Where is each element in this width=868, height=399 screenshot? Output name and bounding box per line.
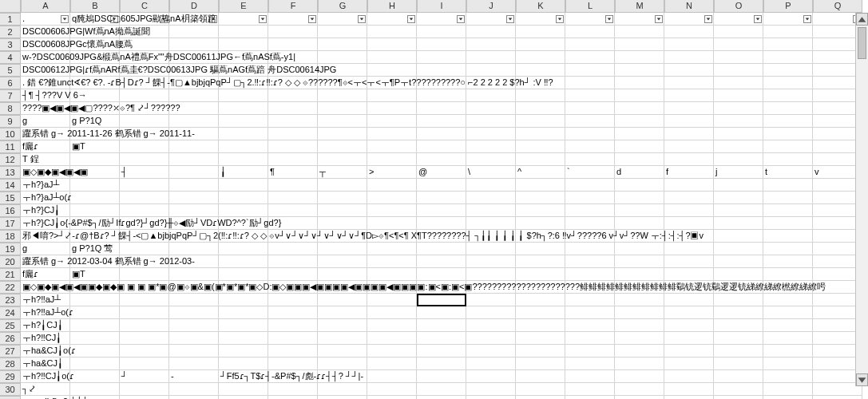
select-all-corner[interactable] (0, 0, 21, 13)
cell-F3[interactable] (268, 38, 318, 51)
cell-A12[interactable]: T 鋥 (21, 153, 70, 166)
cell-K4[interactable] (516, 51, 565, 64)
cell-O30[interactable] (714, 383, 763, 396)
cell-H19[interactable] (367, 243, 417, 255)
cell-C24[interactable] (120, 306, 169, 319)
cell-I27[interactable] (417, 345, 466, 358)
cell-D11[interactable] (169, 140, 219, 153)
cell-L15[interactable] (565, 192, 615, 204)
cell-O15[interactable] (714, 192, 763, 204)
cell-E12[interactable] (219, 153, 268, 166)
cell-A17[interactable]: ㅜh?}CJ╽o{-&P#$┐/励┘Ifɾgd?}┘gd?}╫⟐◀励┘VDɾWD… (21, 217, 70, 230)
cell-K20[interactable] (516, 255, 565, 268)
cell-A15[interactable]: ㅜh?}aJ┴o(ɾ (21, 192, 70, 204)
cell-J16[interactable] (466, 204, 516, 217)
cell-E27[interactable] (219, 345, 268, 358)
cell-A4[interactable]: w-?DSC00609JPG&椴蔦nA禮蔦Fx""舟DSC00611JPG←f蔦… (21, 51, 70, 64)
cell-I19[interactable] (417, 243, 466, 255)
cell-P27[interactable] (763, 345, 813, 358)
cell-K13[interactable]: ^ (516, 166, 565, 179)
cell-D27[interactable] (169, 345, 219, 358)
cell-H20[interactable] (367, 255, 417, 268)
cell-F21[interactable] (268, 268, 318, 281)
cell-K1[interactable] (516, 13, 565, 26)
filter-dropdown-icon[interactable] (308, 15, 316, 23)
cell-A23[interactable]: ㅜh?‼aJ┴ (21, 294, 70, 306)
cell-F2[interactable] (268, 26, 318, 38)
cell-A28[interactable]: ㅜha&CJ╽ (21, 358, 70, 370)
cell-O11[interactable] (714, 140, 763, 153)
row-header-7[interactable]: 7 (0, 89, 21, 102)
cell-M3[interactable] (615, 38, 664, 51)
cell-O7[interactable] (714, 89, 763, 102)
cell-H13[interactable]: > (367, 166, 417, 179)
cell-D23[interactable] (169, 294, 219, 306)
cell-B19[interactable]: g P?1Q 莺 (70, 243, 120, 255)
cell-P17[interactable] (763, 217, 813, 230)
cell-J13[interactable]: \ (466, 166, 516, 179)
cell-C9[interactable] (120, 115, 169, 128)
cell-O25[interactable] (714, 319, 763, 332)
row-header-1[interactable]: 1 (0, 13, 21, 26)
cell-N30[interactable] (664, 383, 714, 396)
row-header-4[interactable]: 4 (0, 51, 21, 64)
cell-I2[interactable] (417, 26, 466, 38)
cell-G19[interactable] (318, 243, 367, 255)
cell-P30[interactable] (763, 383, 813, 396)
filter-dropdown-icon[interactable] (655, 15, 663, 23)
cell-B1[interactable]: q馣鴂DSC▢605JPG歞鴣nA枂築領踣 (70, 13, 120, 26)
row-header-14[interactable]: 14 (0, 179, 21, 192)
cell-G15[interactable] (318, 192, 367, 204)
row-header-13[interactable]: 13 (0, 166, 21, 179)
cell-J29[interactable] (466, 370, 516, 383)
cell-E30[interactable] (219, 383, 268, 396)
cell-O16[interactable] (714, 204, 763, 217)
cell-B12[interactable] (70, 153, 120, 166)
cell-N6[interactable] (664, 77, 714, 89)
cell-B25[interactable] (70, 319, 120, 332)
cell-K9[interactable] (516, 115, 565, 128)
cell-I30[interactable] (417, 383, 466, 396)
cell-C23[interactable] (120, 294, 169, 306)
cell-K16[interactable] (516, 204, 565, 217)
cell-F13[interactable]: ¶ (268, 166, 318, 179)
cell-A13[interactable]: ▣◇▣◆▣◀▣◀▣ (21, 166, 70, 179)
cell-L1[interactable] (565, 13, 615, 26)
cell-C12[interactable] (120, 153, 169, 166)
cell-E1[interactable] (219, 13, 268, 26)
cell-J4[interactable] (466, 51, 516, 64)
cell-O29[interactable] (714, 370, 763, 383)
cell-N8[interactable] (664, 102, 714, 115)
cell-K2[interactable] (516, 26, 565, 38)
cell-M7[interactable] (615, 89, 664, 102)
vertical-scrollbar[interactable] (855, 13, 868, 386)
cell-M13[interactable]: d (615, 166, 664, 179)
cell-L30[interactable] (565, 383, 615, 396)
cell-F11[interactable] (268, 140, 318, 153)
cell-F8[interactable] (268, 102, 318, 115)
cell-K23[interactable] (516, 294, 565, 306)
cell-L21[interactable] (565, 268, 615, 281)
cell-A29[interactable]: ㅜh?‼CJ╽o(ɾ (21, 370, 70, 383)
column-header-I[interactable]: I (417, 0, 466, 13)
cell-N15[interactable] (664, 192, 714, 204)
cell-E9[interactable] (219, 115, 268, 128)
cell-B11[interactable]: ▣T (70, 140, 120, 153)
cell-B26[interactable] (70, 332, 120, 345)
cell-C7[interactable] (120, 89, 169, 102)
cell-N1[interactable] (664, 13, 714, 26)
cell-O14[interactable] (714, 179, 763, 192)
cell-I8[interactable] (417, 102, 466, 115)
cell-D30[interactable] (169, 383, 219, 396)
cell-H7[interactable] (367, 89, 417, 102)
cell-I23[interactable] (417, 294, 466, 306)
cell-C13[interactable]: ┤ (120, 166, 169, 179)
row-header-6[interactable]: 6 (0, 77, 21, 89)
column-header-G[interactable]: G (318, 0, 367, 13)
cell-H9[interactable] (367, 115, 417, 128)
cell-J11[interactable] (466, 140, 516, 153)
cell-B9[interactable]: g P?1Q (70, 115, 120, 128)
column-header-K[interactable]: K (516, 0, 565, 13)
cell-J31[interactable] (466, 396, 516, 399)
cell-C25[interactable] (120, 319, 169, 332)
